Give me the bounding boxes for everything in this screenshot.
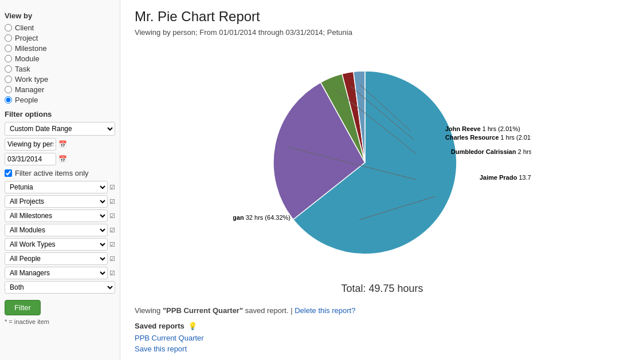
pie-label-1: Jaime Prado 13.75 hrs (27.64%) (480, 174, 531, 181)
radio-label-module: Module (15, 54, 40, 63)
check-icon-all_modules[interactable]: ☑ (109, 227, 115, 234)
view-by-title: View by (5, 11, 115, 20)
filter-row-all_people: All People ☑ (5, 252, 115, 265)
subtitle: Viewing by person; From 01/01/2014 throu… (135, 28, 630, 37)
check-icon-all_projects[interactable]: ☑ (109, 198, 115, 205)
viewing-report-name: "PPB Current Quarter" (163, 306, 243, 315)
viewing-text-mid: saved report. | (243, 306, 292, 315)
dropdown-all_managers[interactable]: All Managers (5, 267, 108, 279)
pie-chart: Michael O'Paynigan 32 hrs (64.32%)Jaime … (233, 48, 531, 277)
radio-label-task: Task (15, 65, 30, 73)
filter-row-all_modules: All Modules ☑ (5, 224, 115, 236)
radio-option-client: Client (5, 23, 115, 32)
viewing-text-pre: Viewing (135, 306, 163, 315)
filter-active-label[interactable]: Filter active items only (15, 169, 89, 177)
radio-label-people: People (15, 96, 38, 104)
filter-row-all_projects: All Projects ☑ (5, 195, 115, 208)
viewing-row: Viewing "PPB Current Quarter" saved repo… (135, 306, 630, 315)
check-icon-all_work_types[interactable]: ☑ (109, 241, 115, 248)
filter-row-all_milestones: All Milestones ☑ (5, 209, 115, 222)
radio-label-worktype: Work type (15, 75, 48, 84)
radio-option-task: Task (5, 65, 115, 73)
pie-label-0: Michael O'Paynigan 32 hrs (64.32%) (233, 214, 290, 221)
chart-area: Michael O'Paynigan 32 hrs (64.32%)Jaime … (135, 48, 630, 277)
start-date-calendar-icon[interactable]: 📅 (58, 140, 67, 148)
radio-option-people: People (5, 96, 115, 104)
check-icon-all_people[interactable]: ☑ (109, 255, 115, 263)
page-title: Mr. Pie Chart Report (135, 9, 630, 25)
both-dropdown[interactable]: Both (5, 281, 115, 294)
main-content: Mr. Pie Chart Report Viewing by person; … (120, 0, 644, 360)
radio-input-worktype[interactable] (5, 76, 12, 83)
sidebar: View by Client Project Milestone Module … (0, 0, 120, 360)
saved-reports-title: Saved reports (135, 322, 184, 330)
radio-label-client: Client (15, 23, 34, 32)
ppb-current-quarter-link[interactable]: PPB Current Quarter (135, 334, 630, 342)
check-icon-petunia[interactable]: ☑ (109, 184, 115, 191)
pie-label-3: Charles Resource 1 hrs (2.01%) (445, 134, 531, 141)
radio-option-module: Module (5, 54, 115, 63)
radio-input-client[interactable] (5, 24, 12, 31)
dropdown-all_people[interactable]: All People (5, 252, 108, 265)
dropdown-all_modules[interactable]: All Modules (5, 224, 108, 236)
dropdown-all_milestones[interactable]: All Milestones (5, 209, 108, 222)
radio-option-manager: Manager (5, 85, 115, 94)
view-by-options: Client Project Milestone Module Task Wor… (5, 23, 115, 104)
radio-input-milestone[interactable] (5, 45, 12, 52)
saved-reports-section: Saved reports 💡 (135, 322, 630, 330)
radio-label-milestone: Milestone (15, 44, 47, 53)
radio-label-manager: Manager (15, 85, 44, 94)
filter-active-checkbox[interactable] (5, 169, 12, 177)
dropdown-all_projects[interactable]: All Projects (5, 195, 108, 208)
pie-label-2: Dumbledor Calrissian 2 hrs (4.02%) (451, 148, 531, 155)
start-date-input[interactable] (5, 138, 56, 151)
filter-dropdowns: Petunia ☑ All Projects ☑ All Milestones … (5, 181, 115, 279)
filter-row-all_work_types: All Work Types ☑ (5, 238, 115, 251)
radio-option-project: Project (5, 34, 115, 42)
total-label: Total: 49.75 hours (135, 283, 630, 295)
radio-input-people[interactable] (5, 96, 12, 104)
radio-input-module[interactable] (5, 55, 12, 62)
check-icon-all_managers[interactable]: ☑ (109, 270, 115, 277)
date-range-dropdown[interactable]: Custom Date Range (5, 122, 115, 136)
delete-report-link[interactable]: Delete this report? (294, 306, 355, 315)
radio-label-project: Project (15, 34, 38, 42)
radio-option-milestone: Milestone (5, 44, 115, 53)
dropdown-petunia[interactable]: Petunia (5, 181, 108, 193)
save-report-link[interactable]: Save this report (135, 345, 187, 353)
radio-option-worktype: Work type (5, 75, 115, 84)
pie-label-4: John Reeve 1 hrs (2.01%) (445, 125, 520, 132)
end-date-input[interactable] (5, 153, 56, 165)
filter-row-petunia: Petunia ☑ (5, 181, 115, 193)
end-date-calendar-icon[interactable]: 📅 (58, 155, 67, 163)
inactive-note: * = inactive item (5, 318, 115, 325)
radio-input-task[interactable] (5, 65, 12, 73)
filter-options-title: Filter options (5, 110, 115, 118)
radio-input-manager[interactable] (5, 86, 12, 93)
lightbulb-icon: 💡 (188, 322, 197, 330)
radio-input-project[interactable] (5, 34, 12, 42)
check-icon-all_milestones[interactable]: ☑ (109, 212, 115, 220)
filter-row-all_managers: All Managers ☑ (5, 267, 115, 279)
filter-button[interactable]: Filter (5, 300, 41, 315)
dropdown-all_work_types[interactable]: All Work Types (5, 238, 108, 251)
